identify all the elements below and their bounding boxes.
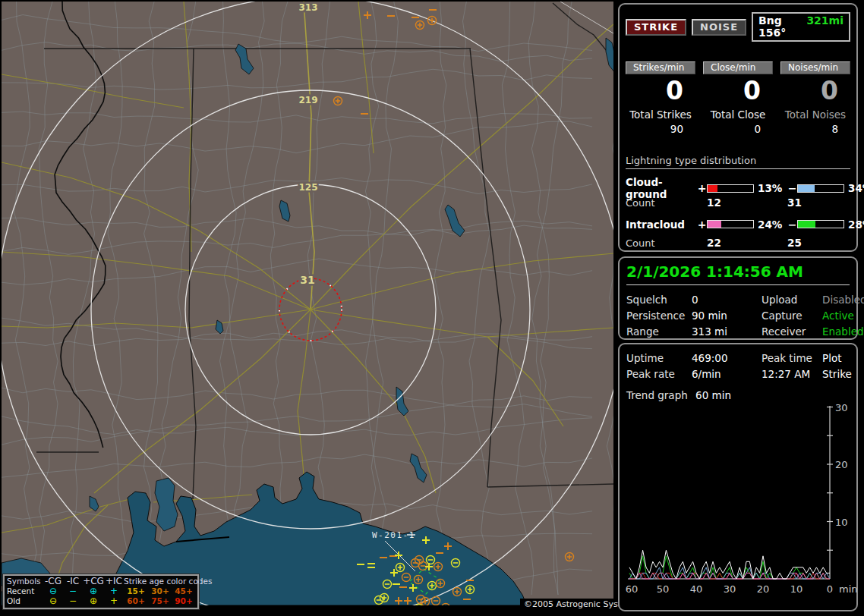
legend-row-recent: Recent (7, 586, 43, 596)
svg-text:50: 50 (657, 583, 670, 595)
total-close-value: 0 (703, 123, 773, 135)
strikes-rate: 0 (626, 77, 695, 105)
bearing-label: Bng 156° (758, 14, 799, 39)
intracloud-row: Intracloud + 24% − 28% (626, 216, 850, 232)
close-column: Close/min 0 Total Close 0 (703, 61, 773, 135)
svg-text:219: 219 (298, 95, 317, 105)
svg-text:31: 31 (300, 274, 314, 286)
strike-stats-box: STRIKE NOISE Bng 156° 321mi Strikes/min … (618, 3, 858, 252)
cloud-ground-count-row: Count 12 31 (626, 195, 850, 210)
strikes-per-min-chip: Strikes/min (626, 61, 695, 74)
total-noises-label: Total Noises (780, 108, 850, 121)
status-box: 2/1/2026 1:14:56 AM Squelch 0 Upload Dis… (618, 256, 858, 340)
receiver-status: Enabled (822, 324, 864, 339)
noises-rate: 0 (780, 77, 850, 105)
total-strikes-label: Total Strikes (626, 108, 695, 121)
uptime-label: Uptime (626, 350, 692, 366)
peak-time-label: Peak time (762, 350, 822, 366)
plus-ic-old-icon: + (104, 596, 124, 606)
svg-text:10: 10 (835, 517, 848, 528)
persistence-label: Persistence (626, 308, 692, 323)
noise-button[interactable]: NOISE (692, 19, 746, 36)
svg-text:125: 125 (298, 182, 317, 193)
range-value: 313 mi (692, 324, 762, 339)
peak-time-value: 12:27 AM (762, 366, 822, 382)
distribution-title: Lightning type distribution (626, 155, 850, 169)
capture-status: Active (822, 308, 864, 323)
bearing-distance: 321mi (806, 14, 844, 39)
svg-text:40: 40 (690, 583, 703, 595)
uptime-value: 469:00 (692, 350, 762, 366)
persistence-value: 90 min (692, 308, 762, 323)
total-strikes-value: 90 (626, 123, 695, 135)
close-rate: 0 (703, 77, 773, 105)
cloud-ground-row: Cloud-ground + 13% − 34% (626, 176, 850, 192)
squelch-label: Squelch (626, 292, 692, 307)
intracloud-count-row: Count 22 25 (626, 235, 850, 250)
plot-mode-value: Strike (822, 366, 852, 382)
cg-plus-bar (707, 184, 754, 193)
svg-text:0: 0 (827, 583, 833, 595)
map-canvas[interactable]: 31321912531W-201-1 (2, 2, 613, 605)
ic-plus-bar (707, 220, 754, 228)
noises-column: Noises/min 0 Total Noises 8 (780, 61, 850, 135)
plot-label: Plot (822, 350, 852, 366)
svg-text:313: 313 (298, 2, 317, 13)
svg-text:20: 20 (757, 583, 770, 595)
strike-button[interactable]: STRIKE (626, 19, 686, 36)
trend-graph: 3020106050403020100min (626, 403, 854, 602)
legend-age-title: Strike age color codes (124, 577, 195, 586)
plus-cg-old-icon: ⊕ (83, 596, 104, 606)
upload-status: Disabled (822, 292, 864, 307)
svg-text:60: 60 (626, 583, 639, 595)
squelch-value: 0 (692, 292, 762, 307)
map-legend: Symbols -CG -IC +CG +IC Strike age color… (3, 574, 199, 609)
svg-text:10: 10 (790, 583, 803, 595)
strikes-column: Strikes/min 0 Total Strikes 90 (626, 61, 695, 135)
total-close-label: Total Close (703, 108, 773, 121)
receiver-label: Receiver (762, 324, 822, 339)
svg-text:min: min (839, 583, 858, 595)
range-label: Range (626, 324, 692, 339)
minus-ic-old-icon: − (63, 596, 83, 606)
cg-minus-bar (797, 184, 844, 193)
legend-symbols-title: Symbols (7, 577, 43, 586)
svg-text:20: 20 (835, 459, 848, 470)
svg-text:30: 30 (835, 402, 848, 413)
close-per-min-chip: Close/min (703, 61, 773, 74)
ic-minus-bar (797, 220, 844, 228)
trend-graph-value: 60 min (695, 389, 731, 401)
lightning-type-distribution: Lightning type distribution Cloud-ground… (626, 155, 850, 250)
lightning-map[interactable]: 31321912531W-201-1 Symbols -CG -IC +CG +… (2, 2, 613, 605)
app-window: 31321912531W-201-1 Symbols -CG -IC +CG +… (0, 0, 864, 616)
bearing-display: Bng 156° 321mi (752, 12, 850, 42)
svg-text:30: 30 (724, 583, 736, 595)
trend-box: Uptime 469:00 Peak time Plot Peak rate 6… (618, 343, 858, 611)
capture-label: Capture (762, 308, 822, 323)
trend-graph-label: Trend graph (626, 389, 688, 401)
noises-per-min-chip: Noises/min (780, 61, 850, 74)
peak-rate-value: 6/min (692, 366, 762, 382)
datetime-display: 2/1/2026 1:14:56 AM (626, 262, 850, 285)
peak-rate-label: Peak rate (626, 366, 692, 382)
upload-label: Upload (762, 292, 822, 307)
minus-cg-old-icon: ⊖ (43, 596, 63, 606)
legend-row-old: Old (7, 596, 43, 606)
total-noises-value: 8 (780, 123, 850, 135)
